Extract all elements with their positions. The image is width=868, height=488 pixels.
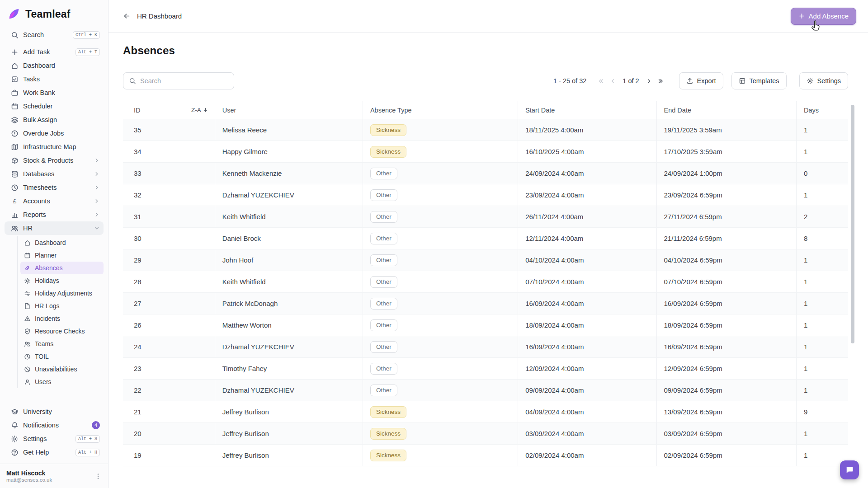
column-header-days[interactable]: Days <box>797 101 848 119</box>
table-row[interactable]: 27Patrick McDonaghOther16/09/2024 4:00am… <box>123 293 848 314</box>
paperclip-icon <box>24 265 31 272</box>
table-row[interactable]: 26Matthew WortonOther18/09/2024 4:00am18… <box>123 314 848 336</box>
clock-icon <box>11 184 19 192</box>
sidebar-item-databases[interactable]: Databases <box>5 167 104 181</box>
back-link[interactable]: HR Dashboard <box>123 12 182 20</box>
cell-end-date: 24/09/2024 1:00pm <box>657 163 797 184</box>
absence-type-badge: Other <box>370 254 397 266</box>
table-row[interactable]: 23Timothy FaheyOther12/09/2024 4:00am12/… <box>123 358 848 380</box>
cell-absence-type: Other <box>363 380 518 401</box>
sidebar-item-bulk-assign[interactable]: Bulk Assign <box>5 113 104 127</box>
sidebar-item-university[interactable]: University <box>5 405 104 418</box>
cell-start-date: 18/09/2024 4:00am <box>518 314 656 336</box>
sidebar-item-stock-products[interactable]: Stock & Products <box>5 154 104 167</box>
table-row[interactable]: 28Keith WhitfieldOther07/10/2024 4:00am0… <box>123 271 848 293</box>
table-row[interactable]: 33Kenneth MackenzieOther24/09/2024 4:00a… <box>123 163 848 184</box>
sidebar-item-unavailabilities[interactable]: Unavailabilities <box>20 363 104 375</box>
sidebar-item-holidays[interactable]: Holidays <box>20 274 104 287</box>
table-search-input[interactable] <box>140 77 228 84</box>
absence-type-badge: Other <box>370 341 397 353</box>
column-header-id[interactable]: IDZ-A <box>123 101 215 119</box>
column-header-absence-type[interactable]: Absence Type <box>363 101 518 119</box>
pagination-last-button[interactable] <box>656 75 666 87</box>
cell-absence-type: Sickness <box>363 445 518 466</box>
sidebar-item-absences[interactable]: Absences <box>20 262 104 274</box>
table-row[interactable]: 34Happy GilmoreSickness16/10/2025 4:00am… <box>123 141 848 163</box>
absence-type-badge: Other <box>370 319 397 331</box>
pagination-first-button[interactable] <box>595 75 606 87</box>
chart-icon <box>11 211 19 219</box>
table-row[interactable]: 30Daniel BrockOther12/11/2024 4:00am21/1… <box>123 228 848 249</box>
sidebar-item-label: Accounts <box>23 197 89 205</box>
cell-id: 28 <box>123 271 215 292</box>
table-row[interactable]: 29John HoofOther04/10/2024 4:00am04/10/2… <box>123 249 848 271</box>
arrow-down-icon <box>203 107 208 113</box>
table-row[interactable]: 35Melissa ReeceSickness18/11/2025 4:00am… <box>123 119 848 141</box>
sidebar-item-timesheets[interactable]: Timesheets <box>5 181 104 194</box>
sidebar-item-users[interactable]: Users <box>20 375 104 388</box>
column-header-start-date[interactable]: Start Date <box>518 101 656 119</box>
sidebar-item-teams[interactable]: Teams <box>20 338 104 350</box>
table-row[interactable]: 21Jeffrey BurlisonSickness04/09/2024 4:0… <box>123 401 848 423</box>
add-absence-button[interactable]: Add Absence <box>791 8 856 25</box>
sidebar-nav: Add TaskAlt + TDashboardTasksWork BankSc… <box>0 45 108 235</box>
settings-button[interactable]: Settings <box>799 72 848 89</box>
sidebar-item-search[interactable]: Search Ctrl + K <box>5 28 104 42</box>
table-row[interactable]: 31Keith WhitfieldOther26/11/2024 4:00am2… <box>123 206 848 228</box>
file-icon <box>24 303 31 310</box>
sidebar-item-accounts[interactable]: £Accounts <box>5 194 104 208</box>
sidebar-item-toil[interactable]: TOIL <box>20 350 104 363</box>
cell-id: 20 <box>123 423 215 444</box>
sidebar-item-infrastructure-map[interactable]: Infrastructure Map <box>5 140 104 154</box>
table-row[interactable]: 32Dzhamal YUZEKCHIEVOther23/09/2024 4:00… <box>123 184 848 206</box>
chat-button[interactable] <box>840 460 859 479</box>
column-header-end-date[interactable]: End Date <box>657 101 797 119</box>
sidebar-item-resource-checks[interactable]: Resource Checks <box>20 325 104 338</box>
table-row[interactable]: 19Jeffrey BurlisonSickness02/09/2024 4:0… <box>123 445 848 466</box>
sidebar-item-hr-logs[interactable]: HR Logs <box>20 300 104 312</box>
ban-icon <box>24 366 31 373</box>
sidebar-item-add-task[interactable]: Add TaskAlt + T <box>5 45 104 59</box>
sidebar-item-overdue-jobs[interactable]: Overdue Jobs <box>5 127 104 140</box>
vertical-scrollbar[interactable] <box>851 105 854 343</box>
sidebar-item-work-bank[interactable]: Work Bank <box>5 86 104 99</box>
shortcut-chip: Alt + T <box>75 48 100 56</box>
sidebar-item-dashboard[interactable]: Dashboard <box>5 59 104 72</box>
sidebar-item-label: TOIL <box>35 353 100 360</box>
export-label: Export <box>697 77 716 84</box>
add-absence-label: Add Absence <box>809 12 849 20</box>
table-row[interactable]: 24Dzhamal YUZEKCHIEVOther16/09/2024 4:00… <box>123 336 848 358</box>
hr-subtree: DashboardPlannerAbsencesHolidaysHoliday … <box>17 236 104 388</box>
pagination-prev-button[interactable] <box>607 75 618 87</box>
sidebar-item-incidents[interactable]: Incidents <box>20 312 104 325</box>
sidebar-item-hr[interactable]: HR <box>5 221 104 235</box>
cell-end-date: 09/09/2024 6:59pm <box>657 380 797 401</box>
export-button[interactable]: Export <box>679 72 723 89</box>
templates-button[interactable]: Templates <box>731 72 787 89</box>
table-header-row: IDZ-AUserAbsence TypeStart DateEnd DateD… <box>123 101 848 119</box>
sidebar-item-label: Work Bank <box>23 89 100 96</box>
sidebar-item-get-help[interactable]: Get HelpAlt + H <box>5 446 104 459</box>
sidebar-item-holiday-adjustments[interactable]: Holiday Adjustments <box>20 287 104 300</box>
sidebar-item-scheduler[interactable]: Scheduler <box>5 99 104 113</box>
table-search[interactable] <box>123 72 234 89</box>
sidebar-item-notifications[interactable]: Notifications4 <box>5 418 104 432</box>
chevron-right-icon <box>94 171 100 177</box>
table-row[interactable]: 22Dzhamal YUZEKCHIEVOther09/09/2024 4:00… <box>123 380 848 401</box>
clock-icon <box>24 353 31 360</box>
cell-user: Kenneth Mackenzie <box>215 163 363 184</box>
user-menu-button[interactable] <box>94 473 102 480</box>
layers-icon <box>11 116 19 124</box>
user-card[interactable]: Matt Hiscock matt@senses.co.uk <box>0 464 108 488</box>
pagination-next-button[interactable] <box>644 75 655 87</box>
sidebar-item-planner[interactable]: Planner <box>20 249 104 262</box>
column-header-user[interactable]: User <box>215 101 363 119</box>
sort-control[interactable]: Z-A <box>191 107 208 113</box>
table-row[interactable]: 20Jeffrey BurlisonSickness03/09/2024 4:0… <box>123 423 848 445</box>
sidebar-item-dashboard[interactable]: Dashboard <box>20 236 104 249</box>
cell-id: 21 <box>123 401 215 422</box>
sidebar-item-settings[interactable]: SettingsAlt + S <box>5 432 104 446</box>
sidebar-item-tasks[interactable]: Tasks <box>5 72 104 86</box>
user-name: Matt Hiscock <box>6 469 52 477</box>
sidebar-item-reports[interactable]: Reports <box>5 208 104 221</box>
